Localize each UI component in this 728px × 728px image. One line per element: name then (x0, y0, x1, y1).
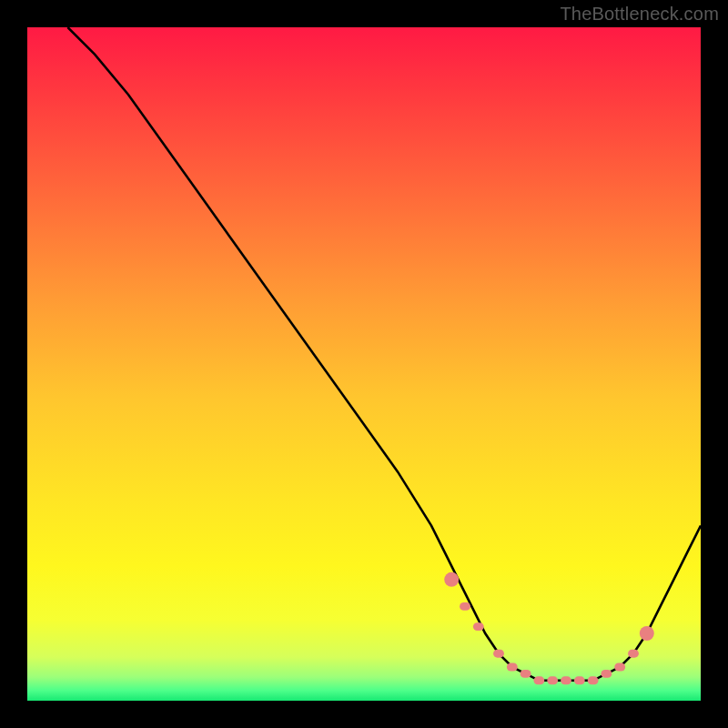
marker-dot (547, 676, 558, 684)
marker-dot (614, 663, 625, 672)
marker-endcap (444, 572, 459, 587)
marker-dot (521, 670, 531, 678)
marker-dot (601, 670, 612, 678)
marker-dot (473, 622, 484, 631)
watermark-text: TheBottleneck.com (560, 4, 719, 25)
chart-stage: TheBottleneck.com (0, 0, 728, 728)
marker-dot (460, 602, 470, 611)
marker-dot (561, 676, 571, 684)
marker-group (444, 572, 654, 684)
marker-endcap (640, 626, 654, 641)
marker-dot (493, 650, 504, 658)
plot-area (27, 27, 701, 701)
marker-dot (507, 663, 518, 672)
marker-dot (628, 650, 639, 658)
chart-svg (27, 27, 701, 701)
marker-dot (588, 676, 599, 684)
bottleneck-curve-path (67, 27, 701, 681)
marker-dot (574, 676, 585, 684)
marker-dot (533, 676, 544, 684)
